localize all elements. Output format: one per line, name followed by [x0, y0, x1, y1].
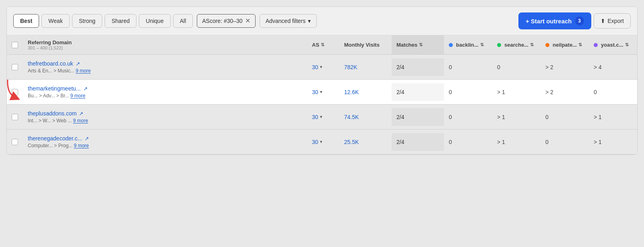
row3-domain-name: theplusaddons.com — [28, 110, 76, 117]
header-monthly-visits[interactable]: Monthly Visits — [339, 35, 392, 54]
filter-shared[interactable]: Shared — [105, 14, 136, 28]
row3-more-link[interactable]: 9 more — [73, 118, 88, 124]
row1-matches-value: 2/4 — [396, 64, 404, 70]
ascore-label: AScore: #30–30 — [202, 18, 242, 24]
row1-domain-name: thefretboard.co.uk — [28, 60, 73, 67]
header-as[interactable]: AS ⇅ — [307, 35, 339, 54]
header-col2[interactable]: searche... ⇅ — [492, 35, 541, 54]
row2-as-value: 30 ▾ — [312, 89, 322, 95]
row2-checkbox[interactable] — [12, 89, 18, 95]
filter-unique[interactable]: Unique — [139, 14, 170, 28]
row4-col4-cell: > 1 — [589, 133, 637, 151]
row3-matches-value: 2/4 — [396, 114, 404, 120]
row1-domain-cell: thefretboard.co.uk ↗ Arts & En... > Musi… — [23, 55, 307, 79]
row1-col4-cell: > 4 — [589, 58, 637, 76]
col4-sort-icon: ⇅ — [625, 42, 629, 47]
row3-as-cell: 30 ▾ — [307, 108, 339, 126]
col4-dot — [594, 43, 598, 47]
row1-col3-cell: > 2 — [541, 58, 589, 76]
header-col1[interactable]: backlin... ⇅ — [444, 35, 492, 54]
export-icon: ⬆ — [601, 18, 605, 24]
header-matches[interactable]: Matches ⇅ — [392, 35, 444, 54]
header-referring-domain-sub: 301 – 400 (1,522) — [28, 45, 72, 50]
row4-checkbox-cell — [7, 133, 23, 151]
row2-domain-name: themarketingmeetu... — [28, 85, 81, 92]
row4-as-cell: 30 ▾ — [307, 133, 339, 151]
row4-visits-value: 25.5K — [344, 139, 359, 145]
row3-visits-value: 74.5K — [344, 114, 359, 120]
row3-col3-cell: 0 — [541, 108, 589, 126]
row2-col2-cell: > 1 — [492, 83, 541, 101]
header-col3[interactable]: neilpate... ⇅ — [541, 35, 589, 54]
row3-visits-cell: 74.5K — [339, 108, 392, 126]
filter-all[interactable]: All — [173, 14, 193, 28]
col1-sort-icon: ⇅ — [480, 42, 484, 47]
row3-external-link-icon: ↗ — [79, 111, 83, 117]
col3-sort-icon: ⇅ — [578, 42, 582, 47]
row4-more-link[interactable]: 9 more — [74, 143, 89, 148]
filter-strong[interactable]: Strong — [72, 14, 102, 28]
main-container: Best Weak Strong Shared Unique All AScor… — [6, 6, 638, 155]
row4-matches-cell: 2/4 — [392, 133, 444, 151]
export-label: Export — [608, 18, 624, 24]
row4-domain-sub: Computer... > Prog... 9 more — [28, 143, 89, 148]
filter-weak[interactable]: Weak — [41, 14, 70, 28]
row3-checkbox-cell — [7, 108, 23, 126]
row4-checkbox[interactable] — [12, 139, 18, 145]
start-outreach-label: + Start outreach — [526, 18, 572, 25]
header-checkbox-col — [7, 35, 23, 54]
row2-domain-sub: Bu... > Adv... > Br... 9 more — [28, 93, 88, 99]
col2-sort-icon: ⇅ — [530, 42, 534, 47]
col2-dot — [497, 43, 501, 47]
row3-as-caret[interactable]: ▾ — [320, 114, 322, 119]
row1-domain-sub: Arts & En... > Music... 9 more — [28, 68, 91, 74]
row2-matches-cell: 2/4 — [392, 83, 444, 101]
table-row: theplusaddons.com ↗ Int... > W... > Web … — [7, 105, 637, 130]
row2-wrapper: themarketingmeetu... ↗ Bu... > Adv... > … — [7, 80, 637, 105]
row1-external-link-icon: ↗ — [76, 61, 80, 67]
row2-domain-cell: themarketingmeetu... ↗ Bu... > Adv... > … — [23, 80, 307, 104]
row3-matches-cell: 2/4 — [392, 108, 444, 126]
header-col4[interactable]: yoast.c... ⇅ — [589, 35, 637, 54]
row1-more-link[interactable]: 9 more — [76, 68, 91, 74]
advanced-filters-button[interactable]: Advanced filters ▾ — [260, 14, 317, 28]
row3-as-value: 30 ▾ — [312, 114, 322, 120]
filter-best[interactable]: Best — [13, 14, 39, 28]
row2-visits-value: 12.6K — [344, 89, 359, 95]
row1-visits-value: 782K — [344, 64, 357, 70]
row3-domain-link[interactable]: theplusaddons.com ↗ — [28, 110, 88, 117]
table-body: thefretboard.co.uk ↗ Arts & En... > Musi… — [7, 55, 637, 154]
toolbar: Best Weak Strong Shared Unique All AScor… — [7, 7, 637, 35]
row2-more-link[interactable]: 9 more — [70, 93, 85, 99]
row4-matches-value: 2/4 — [396, 139, 404, 145]
row2-checkbox-cell — [7, 83, 23, 101]
table-row: themarketingmeetu... ↗ Bu... > Adv... > … — [7, 80, 637, 105]
row4-domain-link[interactable]: therenegadecoder.c... ↗ — [28, 135, 89, 142]
as-sort-icon: ⇅ — [321, 42, 324, 47]
row4-col3-cell: 0 — [541, 133, 589, 151]
row1-as-cell: 30 ▾ — [307, 58, 339, 76]
matches-sort-icon: ⇅ — [419, 42, 423, 47]
row4-as-caret[interactable]: ▾ — [320, 139, 322, 144]
export-button[interactable]: ⬆ Export — [594, 13, 631, 29]
row3-checkbox[interactable] — [12, 114, 18, 120]
start-outreach-button[interactable]: + Start outreach 3 — [518, 12, 591, 29]
row2-external-link-icon: ↗ — [83, 86, 88, 92]
ascore-filter-badge[interactable]: AScore: #30–30 ✕ — [197, 14, 255, 28]
row1-checkbox[interactable] — [12, 64, 18, 70]
row2-col4-cell: 0 — [589, 83, 637, 101]
row2-as-caret[interactable]: ▾ — [320, 89, 322, 95]
row1-as-value: 30 ▾ — [312, 64, 322, 70]
row3-domain-cell: theplusaddons.com ↗ Int... > W... > Web … — [23, 105, 307, 129]
ascore-close-icon[interactable]: ✕ — [245, 18, 250, 24]
table-row: thefretboard.co.uk ↗ Arts & En... > Musi… — [7, 55, 637, 80]
row1-as-caret[interactable]: ▾ — [320, 64, 322, 70]
start-outreach-count-badge: 3 — [575, 16, 584, 25]
row2-as-cell: 30 ▾ — [307, 83, 339, 101]
row2-matches-value: 2/4 — [396, 89, 404, 95]
table-row: therenegadecoder.c... ↗ Computer... > Pr… — [7, 130, 637, 154]
row1-domain-link[interactable]: thefretboard.co.uk ↗ — [28, 60, 91, 67]
row2-col3-cell: > 2 — [541, 83, 589, 101]
row2-domain-link[interactable]: themarketingmeetu... ↗ — [28, 85, 88, 92]
select-all-checkbox[interactable] — [12, 42, 18, 48]
